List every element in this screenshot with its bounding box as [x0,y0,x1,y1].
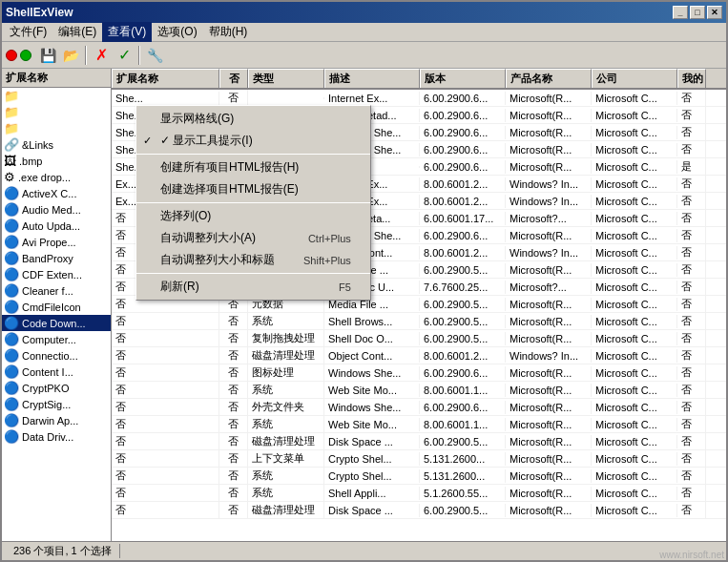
menu-sep-2 [136,202,370,203]
menu-refresh[interactable]: 刷新(R) F5 [136,276,370,298]
status-count: 236 个项目, 1 个选择 [6,544,120,558]
minimize-button[interactable]: _ [673,6,688,19]
main-window: ShellExView _ □ ✕ 文件(F) 编辑(E) 查看(V) 选项(O… [0,0,728,562]
menu-select-col[interactable]: 选择列(O) [136,205,370,227]
menu-options[interactable]: 选项(O) [152,22,202,42]
red-light [6,50,17,61]
maximize-button[interactable]: □ [690,6,705,19]
menu-create-sel-report[interactable]: 创建选择项目HTML报告(E) [136,178,370,200]
menu-auto-size-all[interactable]: 自动调整列大小和标题 Shift+Plus [136,249,370,271]
traffic-lights [6,50,31,61]
menu-edit[interactable]: 编辑(E) [52,22,102,42]
status-bar: 236 个项目, 1 个选择 www.nirsoft.net [2,541,726,560]
menu-bar: 文件(F) 编辑(E) 查看(V) 选项(O) 帮助(H) [2,23,726,42]
toolbar-separator-2 [138,46,140,65]
toolbar-btn-save[interactable]: 💾 [37,45,58,66]
toolbar-btn-open[interactable]: 📂 [60,45,81,66]
toolbar-btn-enable[interactable]: ✓ [114,45,135,66]
toolbar-btn-disable[interactable]: ✗ [91,45,112,66]
menu-show-grid[interactable]: 显示网格线(G) [136,108,370,130]
toolbar: 💾 📂 ✗ ✓ 🔧 [2,42,726,69]
toolbar-btn-props[interactable]: 🔧 [144,45,165,66]
title-bar-controls: _ □ ✕ [673,6,722,19]
title-bar: ShellExView _ □ ✕ [2,2,726,23]
menu-show-tooltip[interactable]: ✓ 显示工具提示(I) [136,130,370,152]
green-light [20,50,31,61]
menu-sep-1 [136,154,370,155]
main-content: 扩展名称 📁 📁 📁 🔗&Links 🖼.bmp ⚙.exe drop... 🔵… [2,69,726,541]
menu-auto-size-col[interactable]: 自动调整列大小(A) Ctrl+Plus [136,227,370,249]
menu-sep-3 [136,273,370,274]
dropdown-overlay[interactable]: 显示网格线(G) ✓ 显示工具提示(I) 创建所有项目HTML报告(H) 创建选… [2,69,726,541]
menu-create-all-report[interactable]: 创建所有项目HTML报告(H) [136,156,370,178]
watermark: www.nirsoft.net [659,550,724,560]
menu-file[interactable]: 文件(F) [4,22,52,42]
toolbar-separator-1 [85,46,87,65]
view-menu-dropdown: 显示网格线(G) ✓ 显示工具提示(I) 创建所有项目HTML报告(H) 创建选… [135,105,371,301]
title-bar-text: ShellExView [6,6,73,19]
close-button[interactable]: ✕ [707,6,722,19]
menu-view[interactable]: 查看(V) [102,22,152,42]
menu-help[interactable]: 帮助(H) [203,22,254,42]
